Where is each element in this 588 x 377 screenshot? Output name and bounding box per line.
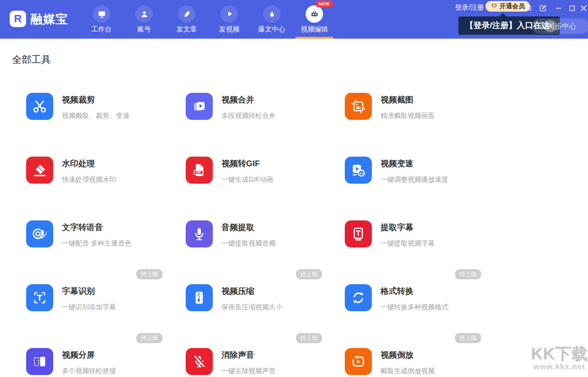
tool-video-reverse[interactable]: 待上线视频倒放截取生成倒放视频 <box>345 348 481 375</box>
tool-texts: 视频压缩保画质压缩视频大小 <box>221 286 282 312</box>
speed-icon: 1X <box>350 162 367 178</box>
tab-account[interactable]: 账号 <box>123 0 165 39</box>
tab-workbench[interactable]: 工作台 <box>80 0 123 39</box>
close-icon <box>547 23 553 29</box>
tool-title: 音频提取 <box>221 222 276 233</box>
tts-icon <box>31 226 48 242</box>
tab-publish-video[interactable]: 发视频 <box>208 0 250 39</box>
coming-soon-badge: 待上线 <box>455 269 481 279</box>
tab-video-edit[interactable]: 视频编辑NEW <box>293 0 336 39</box>
tool-texts: 视频变速一键调整视频播放速度 <box>381 158 448 184</box>
tool-subtitle: 多段视频轻松合并 <box>221 112 276 120</box>
maximize-icon <box>568 4 576 13</box>
tool-subtitle: 截取生成倒放视频 <box>381 367 435 376</box>
tool-texts: 格式转换一键转换多种视频格式 <box>381 286 448 312</box>
user-icon <box>140 10 149 19</box>
section-title: 全部工具 <box>12 53 51 66</box>
open-vip-button[interactable]: 开通会员 <box>485 1 530 12</box>
tool-texts: 视频转GIF一键生成GIF动画 <box>221 158 273 184</box>
subtitle-recognize-icon <box>31 290 48 306</box>
tool-video-screenshot[interactable]: 视频截图精准截取视频画面 <box>345 93 481 120</box>
tool-title: 视频截图 <box>381 94 435 105</box>
tool-video-trim[interactable]: 视频裁剪视频截取、裁剪、变速 <box>26 93 162 120</box>
sync-icon <box>537 21 544 29</box>
login-register-link[interactable]: 登录/注册 <box>455 3 484 12</box>
coming-soon-badge: 待上线 <box>296 333 322 343</box>
tool-format-convert[interactable]: 待上线格式转换一键转换多种视频格式 <box>345 284 481 311</box>
tool-title: 消除声音 <box>221 349 276 361</box>
coming-soon-badge: 待上线 <box>296 269 322 279</box>
close-button[interactable] <box>579 4 588 13</box>
nav-tabs: 工作台账号发文章发视频爆文中心视频编辑NEW <box>80 0 336 39</box>
user-icon <box>135 5 153 23</box>
compress-icon <box>186 284 213 311</box>
tool-mute-audio[interactable]: 待上线消除声音一键去除视频声音 <box>186 348 322 375</box>
tool-subtitle: 一键提取视频音频 <box>221 239 276 248</box>
gif-icon: GIF <box>191 162 207 178</box>
logo-wordmark: 融媒宝 <box>30 11 68 27</box>
reverse-icon <box>350 353 367 370</box>
tool-video-merge[interactable]: 视频合并多段视频轻松合并 <box>186 93 322 120</box>
tool-title: 提取字幕 <box>381 222 435 233</box>
tool-texts: 视频裁剪视频截取、裁剪、变速 <box>62 94 130 120</box>
tool-title: 格式转换 <box>381 286 448 297</box>
compress-icon <box>191 290 207 306</box>
feather-icon <box>178 5 195 23</box>
app-logo[interactable]: R 融媒宝 <box>10 11 68 27</box>
tool-title: 视频转GIF <box>221 158 273 169</box>
watermark-url: www.kkx.net <box>533 362 585 371</box>
tab-hot-center[interactable]: 爆文中心 <box>250 0 293 39</box>
subtitle-extract-icon <box>350 226 367 242</box>
tool-text-to-speech[interactable]: 文字转语音一键配音 多种主播音色 <box>26 220 162 247</box>
tool-video-split[interactable]: 待上线视频分屏多个视频轻松拼接 <box>26 348 162 375</box>
merge-icon <box>191 98 207 115</box>
compose-button[interactable] <box>539 4 547 13</box>
monitor-icon <box>93 5 110 23</box>
tool-video-speed[interactable]: 1X视频变速一键调整视频播放速度 <box>345 157 481 184</box>
tool-texts: 视频分屏多个视频轻松拼接 <box>62 349 116 376</box>
scissors-icon <box>31 98 48 115</box>
tool-subtitle: 多个视频轻松拼接 <box>62 367 116 376</box>
minimize-button[interactable] <box>554 4 563 13</box>
tool-title: 视频压缩 <box>221 286 282 297</box>
tool-subtitle-extract[interactable]: 提取字幕一键提取视频字幕 <box>345 220 481 247</box>
tool-audio-extract[interactable]: 音频提取一键提取视频音频 <box>186 220 322 247</box>
tool-subtitle: 快速处理视频水印 <box>62 175 116 184</box>
coming-soon-badge: 待上线 <box>136 333 162 343</box>
tab-label: 发文章 <box>165 25 208 34</box>
convert-icon <box>350 290 367 306</box>
monitor-icon <box>97 10 106 19</box>
tooltip-close-button[interactable] <box>544 20 557 32</box>
feather-icon <box>182 10 191 19</box>
tool-texts: 视频合并多段视频轻松合并 <box>221 94 276 120</box>
subtitle-extract-icon <box>345 220 372 247</box>
sync-center-button[interactable]: 同步中心 <box>532 18 588 34</box>
maximize-button[interactable] <box>568 4 576 13</box>
tool-video-to-gif[interactable]: GIF视频转GIF一键生成GIF动画 <box>186 157 322 184</box>
tool-subtitle: 一键配音 多种主播音色 <box>62 239 132 248</box>
tab-label: 发视频 <box>208 25 250 34</box>
menu-button[interactable] <box>524 4 533 13</box>
tool-subtitle-recognize[interactable]: 待上线字幕识别一键识别添加字幕 <box>26 284 162 311</box>
tab-publish-article[interactable]: 发文章 <box>165 0 208 39</box>
hamburger-icon <box>524 4 533 13</box>
eraser-icon <box>26 157 53 184</box>
tool-video-compress[interactable]: 待上线视频压缩保画质压缩视频大小 <box>186 284 322 311</box>
tool-subtitle: 保画质压缩视频大小 <box>221 303 282 312</box>
new-badge: NEW <box>315 0 333 7</box>
tts-icon <box>26 220 53 247</box>
tool-texts: 水印处理快速处理视频水印 <box>62 158 116 184</box>
tool-watermark-remove[interactable]: 水印处理快速处理视频水印 <box>26 157 162 184</box>
sync-icon <box>537 21 544 31</box>
speed-icon: 1X <box>345 157 372 184</box>
toolbox-icon <box>310 10 319 19</box>
tab-label: 爆文中心 <box>250 25 293 34</box>
mute-icon <box>186 348 213 375</box>
logo-mark-icon: R <box>10 11 26 27</box>
close-icon <box>547 22 553 30</box>
tool-texts: 音频提取一键提取视频音频 <box>221 222 276 248</box>
tool-subtitle: 一键去除视频声音 <box>221 367 276 376</box>
tool-texts: 文字转语音一键配音 多种主播音色 <box>62 222 132 248</box>
app-header: R 融媒宝 工作台账号发文章发视频爆文中心视频编辑NEW 登录/注册 开通会员 … <box>0 0 588 39</box>
tool-texts: 提取字幕一键提取视频字幕 <box>381 222 435 248</box>
